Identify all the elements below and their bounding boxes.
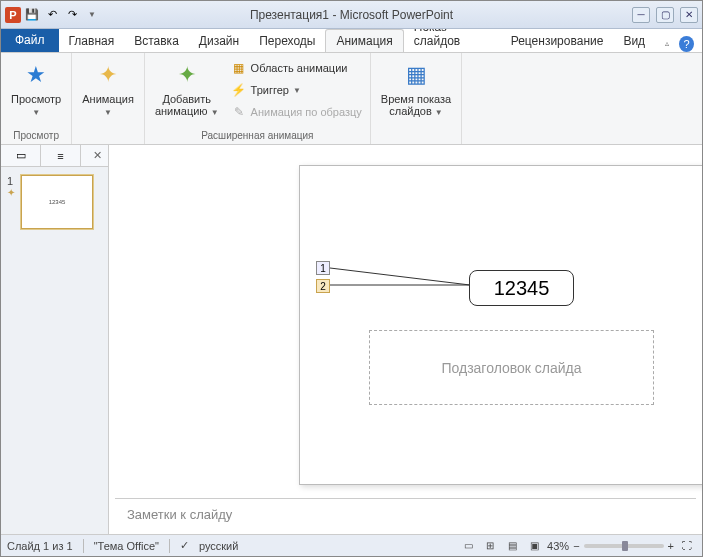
group-label-preview: Просмотр [7,128,65,144]
timing-icon: ▦ [400,59,432,91]
thumbnail-tab-slides[interactable]: ▭ [1,145,41,166]
work-area: ▭ ≡ ✕ 1 ✦ 12345 [1,145,702,534]
save-icon[interactable]: 💾 [23,6,41,24]
title-textbox[interactable]: 12345 [469,270,574,306]
tab-design[interactable]: Дизайн [189,30,249,52]
group-preview: ★ Просмотр▼ Просмотр [1,53,72,144]
lightning-icon: ⚡ [231,82,247,98]
normal-view-button[interactable]: ▭ [459,538,477,554]
fit-to-window-button[interactable]: ⛶ [678,538,696,554]
undo-icon[interactable]: ↶ [43,6,61,24]
status-slide-count: Слайд 1 из 1 [7,540,73,552]
zoom-slider[interactable] [584,544,664,548]
subtitle-placeholder[interactable]: Подзаголовок слайда [369,330,654,405]
quick-access-toolbar: P 💾 ↶ ↷ ▼ [1,6,101,24]
slide[interactable] [299,165,702,485]
animation-painter-button: ✎ Анимация по образцу [229,103,364,121]
zoom-thumb[interactable] [622,541,628,551]
slide-canvas[interactable]: 1 2 12345 Подзаголовок слайда [109,145,702,498]
redo-icon[interactable]: ↷ [63,6,81,24]
add-animation-icon: ✦ [171,59,203,91]
pane-icon: ▦ [231,60,247,76]
status-zoom: 43% [547,540,569,552]
tab-animation[interactable]: Анимация [325,29,403,52]
thumbnail-pane: ▭ ≡ ✕ 1 ✦ 12345 [1,145,109,534]
tab-insert[interactable]: Вставка [124,30,189,52]
status-language[interactable]: русский [199,540,238,552]
close-button[interactable]: ✕ [680,7,698,23]
animation-gallery-button[interactable]: ✦ Анимация▼ [78,55,138,123]
file-tab[interactable]: Файл [1,28,59,52]
ribbon: ★ Просмотр▼ Просмотр ✦ Анимация▼ ✦ Добав… [1,53,702,145]
star-play-icon: ★ [20,59,52,91]
sorter-view-button[interactable]: ⊞ [481,538,499,554]
group-advanced-animation: ✦ Добавитьанимацию ▼ ▦ Область анимации … [145,53,371,144]
maximize-button[interactable]: ▢ [656,7,674,23]
ribbon-tabs: Файл Главная Вставка Дизайн Переходы Ани… [1,29,702,53]
thumbnail-tab-outline[interactable]: ≡ [41,145,81,166]
app-name: Microsoft PowerPoint [340,8,453,22]
tab-review[interactable]: Рецензирование [501,30,614,52]
trigger-button[interactable]: ⚡ Триггер ▼ [229,81,364,99]
status-theme: "Тема Office" [94,540,159,552]
preview-button[interactable]: ★ Просмотр▼ [7,55,65,123]
status-bar: Слайд 1 из 1 "Тема Office" ✓ русский ▭ ⊞… [1,534,702,556]
slide-editor: 1 2 12345 Подзаголовок слайда Заметки к … [109,145,702,534]
animation-tag-2[interactable]: 2 [316,279,330,293]
document-name: Презентация1 [250,8,329,22]
window-title: Презентация1 - Microsoft PowerPoint [250,8,453,22]
group-label-advanced: Расширенная анимация [151,128,364,144]
timing-button[interactable]: ▦ Время показаслайдов ▼ [377,55,455,123]
thumbnail-tabs: ▭ ≡ ✕ [1,145,108,167]
animation-connector [330,263,470,293]
minimize-button[interactable]: ─ [632,7,650,23]
animation-icon: ✦ [92,59,124,91]
ribbon-minimize-icon[interactable]: ▵ [655,35,679,52]
app-window: P 💾 ↶ ↷ ▼ Презентация1 - Microsoft Power… [0,0,703,557]
reading-view-button[interactable]: ▤ [503,538,521,554]
slideshow-view-button[interactable]: ▣ [525,538,543,554]
thumbnail-item[interactable]: 1 ✦ 12345 [7,175,102,229]
thumbnail-close-icon[interactable]: ✕ [86,145,108,166]
spellcheck-icon[interactable]: ✓ [180,539,189,552]
window-controls: ─ ▢ ✕ [632,7,698,23]
group-animation: ✦ Анимация▼ [72,53,145,144]
animation-pane-button[interactable]: ▦ Область анимации [229,59,364,77]
thumbnail-number: 1 [7,175,17,187]
thumbnail-list: 1 ✦ 12345 [1,167,108,237]
tab-view[interactable]: Вид [613,30,655,52]
powerpoint-icon: P [5,7,21,23]
thumbnail-slide[interactable]: 12345 [21,175,93,229]
animation-indicator-icon: ✦ [7,187,17,198]
title-bar: P 💾 ↶ ↷ ▼ Презентация1 - Microsoft Power… [1,1,702,29]
notes-pane[interactable]: Заметки к слайду [115,498,696,534]
tab-home[interactable]: Главная [59,30,125,52]
add-animation-button[interactable]: ✦ Добавитьанимацию ▼ [151,55,223,123]
group-timing: ▦ Время показаслайдов ▼ [371,53,462,144]
zoom-out-button[interactable]: − [573,540,579,552]
animation-tag-1[interactable]: 1 [316,261,330,275]
help-icon[interactable]: ? [679,36,694,52]
zoom-in-button[interactable]: + [668,540,674,552]
qat-dropdown-icon[interactable]: ▼ [83,6,101,24]
painter-icon: ✎ [231,104,247,120]
svg-line-0 [330,268,470,285]
tab-transitions[interactable]: Переходы [249,30,325,52]
